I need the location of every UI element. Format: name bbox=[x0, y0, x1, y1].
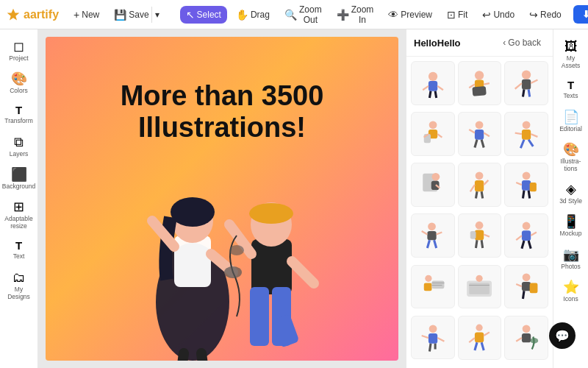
svg-line-8 bbox=[201, 353, 207, 361]
svg-line-107 bbox=[421, 336, 428, 338]
select-button[interactable]: ↖ Select bbox=[180, 6, 227, 24]
sidebar-item-project[interactable]: ◻ Project bbox=[3, 35, 35, 66]
sidebar-label-project: Project bbox=[9, 54, 28, 62]
illustration-thumb-5[interactable] bbox=[458, 112, 502, 156]
go-back-button[interactable]: ‹ Go back bbox=[498, 35, 545, 50]
preview-button[interactable]: 👁 Preview bbox=[382, 6, 438, 24]
illustration-thumb-10[interactable] bbox=[411, 213, 455, 258]
svg-line-116 bbox=[482, 342, 484, 350]
sidebar-item-background[interactable]: ⬛ Background bbox=[3, 163, 35, 194]
save-button[interactable]: 💾 Save ▾ bbox=[108, 4, 168, 26]
svg-line-89 bbox=[522, 241, 524, 249]
download-button[interactable]: ⬇ Download bbox=[573, 5, 588, 24]
svg-line-88 bbox=[531, 233, 537, 236]
chat-icon: 💬 bbox=[555, 329, 570, 343]
sidebar-label-adaptable: Adaptable resize bbox=[4, 215, 32, 230]
drag-button[interactable]: ✋ Drag bbox=[230, 6, 276, 24]
sidebar-label-mydesigns: My Designs bbox=[6, 286, 32, 300]
zoom-in-button[interactable]: ➕ Zoom In bbox=[331, 1, 380, 28]
illustration-thumb-13[interactable] bbox=[411, 265, 455, 309]
illustration-thumb-8[interactable] bbox=[458, 163, 502, 207]
svg-rect-98 bbox=[470, 283, 490, 294]
farsidebar-item-editorial[interactable]: 📄 Editorial bbox=[555, 106, 587, 137]
sidebar-item-mydesigns[interactable]: 🗂 My Designs bbox=[3, 266, 35, 305]
zoom-out-button[interactable]: 🔍 Zoom Out bbox=[279, 1, 328, 28]
svg-line-39 bbox=[528, 89, 530, 96]
svg-line-78 bbox=[434, 240, 436, 248]
svg-line-109 bbox=[429, 343, 431, 351]
svg-point-29 bbox=[475, 71, 484, 79]
logo: aartify bbox=[6, 7, 59, 22]
farsidebar-item-illustrations[interactable]: 🎨 Illustra-tions bbox=[555, 138, 587, 177]
sidebar-item-transform[interactable]: T Transform bbox=[3, 100, 35, 129]
svg-rect-118 bbox=[522, 333, 531, 342]
svg-line-108 bbox=[437, 338, 444, 342]
svg-line-66 bbox=[482, 191, 484, 198]
save-dropdown-arrow[interactable]: ▾ bbox=[151, 7, 162, 23]
editorial-icon: 📄 bbox=[563, 110, 579, 124]
canvas[interactable]: More than 3500 Illustrations! bbox=[46, 37, 398, 361]
svg-line-33 bbox=[484, 83, 490, 85]
svg-rect-24 bbox=[429, 81, 437, 91]
svg-line-50 bbox=[482, 140, 484, 148]
myassets-icon: 🖼 bbox=[564, 40, 578, 53]
svg-line-90 bbox=[528, 241, 531, 249]
svg-line-75 bbox=[421, 231, 427, 235]
svg-line-48 bbox=[484, 132, 490, 136]
fit-button[interactable]: ⊡ Fit bbox=[441, 6, 473, 24]
sidebar-item-adaptable[interactable]: ⊞ Adaptable resize bbox=[3, 196, 35, 234]
svg-rect-31 bbox=[473, 86, 487, 96]
svg-line-55 bbox=[520, 140, 524, 149]
farsidebar-label-mockup: Mockup bbox=[560, 230, 582, 237]
svg-line-63 bbox=[470, 185, 475, 191]
illustration-thumb-3[interactable] bbox=[504, 61, 548, 105]
svg-point-4 bbox=[171, 197, 215, 227]
logo-text: aartify bbox=[24, 8, 59, 21]
new-button[interactable]: + New bbox=[68, 6, 105, 24]
sidebar-item-layers[interactable]: ⧉ Layers bbox=[3, 131, 35, 162]
farsidebar-item-mockup[interactable]: 📱 Mockup bbox=[555, 210, 587, 241]
illustration-thumb-16[interactable] bbox=[411, 316, 455, 360]
redo-button[interactable]: ↪ Redo bbox=[523, 6, 567, 24]
sidebar-label-text: Text bbox=[13, 252, 25, 260]
illustration-thumb-1[interactable] bbox=[411, 61, 455, 105]
illustration-thumb-15[interactable] bbox=[504, 265, 548, 309]
svg-rect-2 bbox=[174, 236, 211, 287]
illustration-thumb-7[interactable] bbox=[411, 163, 455, 207]
illustration-thumb-12[interactable] bbox=[504, 213, 548, 258]
main-area: ◻ Project 🎨 Colors T Transform ⧉ Layers … bbox=[0, 29, 588, 368]
chat-fab-button[interactable]: 💬 bbox=[549, 322, 576, 349]
svg-rect-35 bbox=[522, 79, 531, 89]
illustration-thumb-2[interactable] bbox=[458, 61, 502, 105]
svg-rect-102 bbox=[530, 283, 538, 294]
svg-line-104 bbox=[523, 291, 525, 300]
illustration-thumb-11[interactable] bbox=[458, 213, 502, 258]
illustration-thumb-18[interactable] bbox=[504, 316, 548, 360]
illustration-thumb-6[interactable] bbox=[504, 112, 548, 156]
svg-point-91 bbox=[425, 275, 431, 282]
svg-point-21 bbox=[224, 266, 242, 278]
illustration-thumb-4[interactable] bbox=[411, 112, 455, 156]
illustration-thumb-17[interactable] bbox=[458, 316, 502, 360]
svg-rect-46 bbox=[475, 130, 484, 140]
zoom-in-icon: ➕ bbox=[337, 9, 349, 21]
farsidebar-item-photos[interactable]: 📷 Photos bbox=[555, 244, 587, 275]
svg-line-70 bbox=[516, 183, 522, 185]
farsidebar-item-3dstyle[interactable]: ◈ 3d Style bbox=[555, 178, 587, 209]
undo-button[interactable]: ↩ Undo bbox=[476, 6, 520, 24]
farsidebar-item-icons[interactable]: ⭐ Icons bbox=[555, 276, 587, 307]
illustration-thumb-14[interactable] bbox=[458, 265, 502, 309]
farsidebar-item-texts[interactable]: T Texts bbox=[555, 75, 587, 104]
farsidebar-item-myassets[interactable]: 🖼 My Assets bbox=[555, 35, 587, 74]
sidebar-item-text[interactable]: T Text bbox=[3, 236, 35, 264]
svg-rect-106 bbox=[429, 333, 437, 344]
farsidebar-label-3dstyle: 3d Style bbox=[559, 197, 582, 205]
sidebar-item-colors[interactable]: 🎨 Colors bbox=[3, 68, 35, 99]
svg-point-58 bbox=[431, 173, 440, 181]
far-right-sidebar: 🖼 My Assets T Texts 📄 Editorial 🎨 Illust… bbox=[553, 29, 588, 368]
illustration-thumb-9[interactable] bbox=[504, 163, 548, 207]
svg-line-56 bbox=[528, 140, 533, 146]
sidebar-label-layers: Layers bbox=[10, 150, 29, 158]
topbar: aartify + New 💾 Save ▾ ↖ Select ✋ Drag 🔍… bbox=[0, 0, 588, 29]
svg-point-119 bbox=[531, 338, 539, 344]
